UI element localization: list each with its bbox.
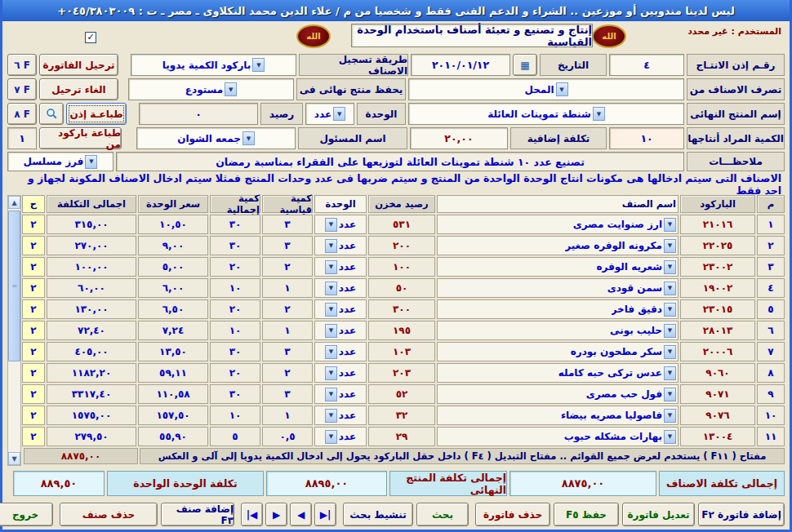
total-qty-cell[interactable]: ٥	[210, 427, 260, 446]
total-qty-cell[interactable]: ٢٠	[210, 257, 260, 277]
total-qty-cell[interactable]: ١٠	[210, 321, 260, 340]
item-name-combo[interactable]: ▼شعريه الوفره	[437, 257, 679, 277]
nav-prev-button[interactable]: ◀	[290, 503, 312, 526]
std-qty-cell[interactable]: ٣	[262, 384, 313, 404]
chevron-down-icon[interactable]: ▼	[325, 260, 337, 274]
f7-key-button[interactable]: F ٧	[7, 78, 37, 100]
h-flag-cell[interactable]: ٢	[22, 257, 45, 277]
chevron-down-icon[interactable]: ▼	[325, 239, 337, 253]
f6-key-button[interactable]: F ٦	[7, 54, 37, 76]
chevron-down-icon[interactable]: ▼	[225, 82, 237, 96]
save-product-to-dropdown[interactable]: ▼ مستودع	[128, 78, 294, 100]
barcode-cell[interactable]: ٢٢٠٢٥	[680, 236, 755, 255]
barcode-from-field[interactable]: ١	[7, 127, 37, 149]
unit-combo[interactable]: عدد▼	[314, 363, 367, 383]
extra-cost-field[interactable]: ٢٠,٠٠	[410, 127, 508, 149]
total-qty-cell[interactable]: ٣٠	[210, 236, 260, 255]
chevron-down-icon[interactable]: ▼	[325, 409, 337, 423]
total-qty-cell[interactable]: ١٠	[210, 406, 260, 425]
chevron-down-icon[interactable]: ▼	[85, 155, 97, 169]
unit-price-cell[interactable]: ٦,٠٠	[138, 278, 208, 298]
item-name-combo[interactable]: ▼فاصوليا مصريه بيضاء	[437, 406, 679, 425]
chevron-down-icon[interactable]: ▼	[242, 131, 255, 145]
unit-combo[interactable]: عدد▼	[314, 278, 367, 298]
search-button[interactable]: بحث	[416, 503, 469, 526]
unit-combo[interactable]: عدد▼	[314, 406, 367, 425]
sort-serial-dropdown[interactable]: ▼ فرز مسلسل	[7, 152, 113, 171]
chevron-down-icon[interactable]: ▼	[252, 58, 265, 72]
barcode-cell[interactable]: ٩٠٧٦	[680, 406, 755, 425]
target-qty-field[interactable]: ١٠	[609, 127, 684, 149]
barcode-cell[interactable]: ٩٠٦٠	[680, 363, 755, 383]
std-qty-cell[interactable]: ٣	[262, 236, 313, 255]
barcode-cell[interactable]: ٢٣٠٠٢	[680, 257, 755, 277]
print-barcode-from-button[interactable]: طباعة باركود من	[39, 127, 122, 149]
delete-invoice-button[interactable]: حذف فاتورة	[475, 503, 550, 526]
item-name-combo[interactable]: ▼فول حب مصرى	[437, 384, 679, 404]
chevron-down-icon[interactable]: ▼	[325, 282, 337, 295]
unit-combo[interactable]: عدد▼	[314, 257, 367, 277]
chevron-down-icon[interactable]: ▼	[325, 218, 337, 232]
item-name-combo[interactable]: ▼مكرونه الوفره صغير	[437, 236, 679, 255]
unit-price-cell[interactable]: ٦,٥٠	[138, 299, 208, 319]
exit-button[interactable]: خروج	[0, 503, 53, 526]
h-flag-cell[interactable]: ٢	[22, 427, 45, 446]
unit-combo[interactable]: عدد▼	[314, 299, 367, 319]
chevron-down-icon[interactable]: ▼	[664, 303, 676, 317]
unit-combo[interactable]: عدد▼	[314, 384, 367, 404]
unit-price-cell[interactable]: ٥٩,١١	[138, 363, 208, 383]
option-checkbox[interactable]: ✓	[85, 32, 96, 43]
magnifier-icon[interactable]	[39, 103, 64, 125]
chevron-down-icon[interactable]: ▼	[664, 282, 676, 295]
h-flag-cell[interactable]: ٢	[22, 215, 45, 234]
unit-price-cell[interactable]: ٧,٢٤	[138, 321, 208, 340]
std-qty-cell[interactable]: ٣	[262, 215, 313, 234]
item-name-combo[interactable]: ▼سمن قودى	[437, 278, 679, 298]
unit-price-cell[interactable]: ١١٠,٥٨	[138, 384, 208, 404]
chevron-down-icon[interactable]: ▼	[664, 345, 676, 359]
entry-method-dropdown[interactable]: ▼ باركود الكمية يدويا	[131, 54, 296, 76]
print-order-button[interactable]: طباعـة إذن	[66, 103, 127, 125]
chevron-down-icon[interactable]: ▼	[664, 324, 676, 338]
std-qty-cell[interactable]: ٠,٥	[262, 427, 313, 446]
chevron-down-icon[interactable]: ▼	[593, 107, 605, 121]
barcode-cell[interactable]: ٩٠٧١	[680, 384, 755, 404]
edit-invoice-button[interactable]: تعديل فاتورة	[622, 503, 695, 526]
add-invoice-button[interactable]: إضافة فاتورة F٢	[698, 503, 785, 526]
std-qty-cell[interactable]: ١	[262, 278, 313, 298]
calendar-icon[interactable]: ▦	[513, 54, 537, 76]
notes-field[interactable]: تصنيع عدد ١٠ شنطة تموينات العائلة لتوزيع…	[116, 152, 684, 171]
chevron-down-icon[interactable]: ▼	[333, 107, 345, 121]
item-name-combo[interactable]: ▼دقيق فاخر	[437, 299, 679, 319]
barcode-cell[interactable]: ٢١٠١٦	[680, 215, 755, 234]
cancel-post-button[interactable]: الغاء ترحيل	[39, 78, 118, 100]
std-qty-cell[interactable]: ١	[262, 321, 313, 340]
total-qty-cell[interactable]: ٣٠	[210, 342, 260, 361]
delete-item-button[interactable]: حذف صنف	[60, 503, 158, 526]
std-qty-cell[interactable]: ٢	[262, 299, 313, 319]
scrollbar-thumb[interactable]: ≡	[8, 211, 20, 361]
scroll-down-icon[interactable]: ▼	[8, 452, 20, 465]
std-qty-cell[interactable]: ٢	[262, 363, 313, 383]
total-qty-cell[interactable]: ٢٠	[210, 363, 260, 383]
chevron-down-icon[interactable]: ▼	[325, 324, 337, 338]
chevron-down-icon[interactable]: ▼	[325, 303, 337, 317]
f8-key-button[interactable]: F ٨	[7, 103, 37, 125]
scroll-up-icon[interactable]: ▲	[8, 196, 20, 209]
unit-price-cell[interactable]: ١٣,٥٠	[138, 342, 208, 361]
unit-price-cell[interactable]: ١٠,٥٠	[138, 215, 208, 234]
total-qty-cell[interactable]: ٣٠	[210, 215, 260, 234]
item-name-combo[interactable]: ▼سكر مطحون بودره	[437, 342, 679, 361]
chevron-down-icon[interactable]: ▼	[664, 260, 676, 274]
unit-combo[interactable]: عدد▼	[314, 342, 367, 361]
chevron-down-icon[interactable]: ▼	[325, 366, 337, 380]
nav-last-button[interactable]: ▶|	[314, 503, 336, 526]
unit-dropdown[interactable]: ▼ عدد	[305, 103, 354, 125]
unit-price-cell[interactable]: ٩,٠٠	[138, 236, 208, 255]
chevron-down-icon[interactable]: ▼	[664, 409, 676, 423]
total-qty-cell[interactable]: ١٠	[210, 278, 260, 298]
chevron-down-icon[interactable]: ▼	[325, 388, 337, 401]
add-item-button[interactable]: إضافة صنف F٣	[161, 503, 234, 526]
h-flag-cell[interactable]: ٢	[22, 363, 45, 383]
chevron-down-icon[interactable]: ▼	[664, 366, 676, 380]
